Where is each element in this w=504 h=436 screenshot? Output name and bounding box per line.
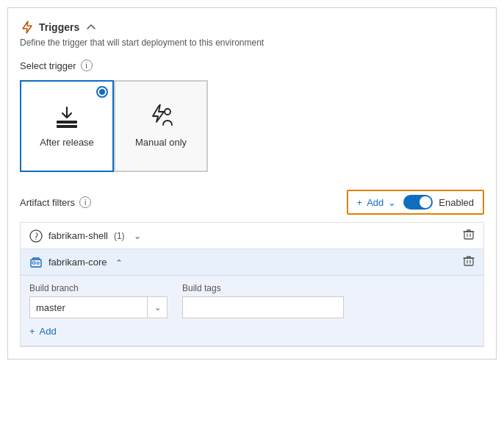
fabrikam-shell-badge: (1): [114, 231, 125, 241]
triggers-icon: [20, 20, 35, 35]
svg-rect-8: [464, 258, 473, 265]
artifact-filters-left: Artifact filters i: [20, 196, 91, 208]
after-release-radio: [96, 86, 108, 98]
section-title: Triggers: [39, 21, 79, 33]
after-release-icon: [54, 104, 80, 131]
trigger-info-icon[interactable]: i: [81, 60, 93, 71]
select-trigger-row: Select trigger i: [20, 60, 484, 71]
artifact-row-fabrikam-core: fabrikam-core ⌄: [21, 249, 483, 276]
build-branch-chevron-button[interactable]: ⌄: [147, 296, 168, 318]
fabrikam-core-chevron[interactable]: ⌄: [115, 257, 123, 268]
add-artifact-filter-button[interactable]: + Add ⌄: [357, 197, 397, 208]
artifact-filters-info-icon[interactable]: i: [79, 196, 91, 208]
fabrikam-core-delete-icon[interactable]: [463, 255, 475, 269]
svg-point-3: [30, 230, 42, 242]
expanded-fields: Build branch ⌄ Build tags: [29, 283, 475, 318]
select-trigger-label: Select trigger: [20, 60, 76, 71]
build-branch-field-group: Build branch ⌄: [29, 283, 168, 318]
fabrikam-shell-name: fabrikam-shell: [48, 230, 108, 241]
build-branch-input[interactable]: [29, 296, 147, 318]
svg-rect-1: [57, 125, 77, 128]
artifact-list: fabrikam-shell (1) ⌄: [20, 222, 484, 347]
add-expanded-icon: +: [29, 326, 35, 337]
collapse-icon[interactable]: [85, 21, 97, 33]
toggle-label: Enabled: [439, 197, 474, 208]
build-icon: [29, 256, 43, 269]
add-expanded-label: Add: [40, 326, 57, 337]
fabrikam-shell-chevron[interactable]: ⌄: [134, 231, 141, 241]
build-tags-label: Build tags: [182, 283, 344, 293]
artifact-row-left: fabrikam-shell (1) ⌄: [29, 229, 141, 243]
fabrikam-shell-delete-icon[interactable]: [463, 229, 475, 243]
trigger-cards: After release Manual only: [20, 80, 484, 172]
build-branch-label: Build branch: [29, 283, 168, 293]
artifact-row-left-core: fabrikam-core ⌄: [29, 256, 123, 269]
section-subtitle: Define the trigger that will start deplo…: [20, 37, 484, 48]
build-tags-input[interactable]: [182, 296, 344, 318]
artifact-filters-header: Artifact filters i + Add ⌄ Enabled: [20, 190, 484, 215]
after-release-card[interactable]: After release: [20, 80, 114, 172]
svg-rect-7: [32, 262, 35, 264]
artifact-filters-label: Artifact filters: [20, 197, 75, 208]
manual-only-icon: [148, 104, 174, 131]
build-branch-input-wrap: ⌄: [29, 296, 168, 318]
add-chevron-icon: ⌄: [388, 197, 396, 208]
main-panel: Triggers Define the trigger that will st…: [7, 7, 497, 360]
add-label: Add: [367, 197, 384, 208]
artifact-filters-right: + Add ⌄ Enabled: [347, 190, 484, 215]
svg-rect-5: [464, 232, 473, 239]
build-tags-field-group: Build tags: [182, 283, 344, 318]
triggers-header: Triggers: [20, 20, 484, 35]
svg-point-4: [35, 238, 36, 239]
artifact-expanded-core: Build branch ⌄ Build tags + Add: [21, 276, 483, 346]
manual-only-card[interactable]: Manual only: [114, 80, 208, 172]
enabled-toggle[interactable]: [403, 195, 433, 210]
svg-rect-0: [57, 121, 77, 124]
add-expanded-button[interactable]: + Add: [29, 326, 57, 337]
after-release-label: After release: [40, 137, 94, 148]
fabrikam-core-name: fabrikam-core: [48, 257, 107, 268]
toggle-container: Enabled: [403, 195, 474, 210]
add-icon: +: [357, 197, 363, 208]
manual-only-label: Manual only: [135, 137, 187, 148]
artifact-row-fabrikam-shell: fabrikam-shell (1) ⌄: [21, 223, 483, 249]
github-icon: [29, 229, 43, 243]
svg-point-2: [165, 109, 170, 115]
